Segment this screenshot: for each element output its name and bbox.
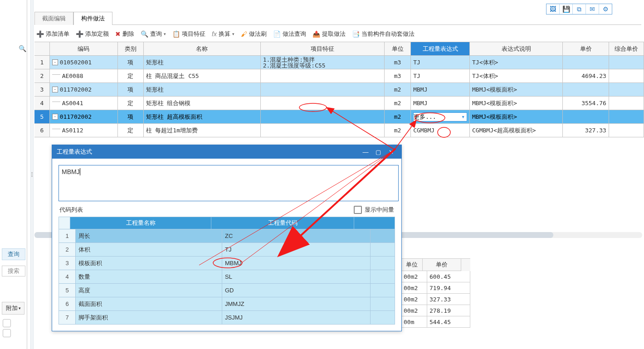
add-list-button[interactable]: ➕添加清单 [36,30,69,38]
cell-expr[interactable]: TJ [411,69,470,82]
cell-desc[interactable]: CGMBMJ<超高模板面积> [470,124,563,137]
cell-expr[interactable]: MBMJ [411,83,470,96]
table-row[interactable]: 1-010502001项矩形柱1.混凝土种类:预拌2.混凝土强度等级:C55m3… [34,56,644,69]
expression-input[interactable]: MBMJ [59,165,399,201]
extract-button[interactable]: 📤提取做法 [312,30,346,38]
cell-code[interactable]: AE0088 [50,69,118,82]
expander-icon[interactable]: - [52,114,58,120]
table-row[interactable]: 2AE0088定柱 商品混凝土 C55m3TJTJ<体积>4694.23 [34,69,644,83]
cell-code[interactable]: AS0041 [50,97,118,110]
feature-button[interactable]: 📋项目特征 [172,30,205,38]
col-desc[interactable]: 表达式说明 [470,42,563,55]
cell-desc[interactable]: MBMJ<模板面积> [470,83,563,96]
cell-desc[interactable]: TJ<体积> [470,56,563,69]
chevron-down-icon[interactable]: ▾ [461,113,465,120]
expander-icon[interactable]: - [52,87,58,92]
cell-total[interactable] [609,56,644,69]
code-list-row[interactable]: 6截面面积JMMJZ [59,297,395,310]
cell-total[interactable] [609,69,644,82]
expr-dropdown[interactable]: 更多...▾ [413,112,467,121]
col-name[interactable]: 名称 [144,42,261,55]
cell-code[interactable]: -010502001 [50,56,118,69]
cell-feat[interactable] [261,83,385,96]
minimize-button[interactable]: — [360,147,371,157]
table-row[interactable]: 5-011702002项矩形柱 超高模板面积m2更多...▾MBMJ<模板面积> [34,110,644,124]
cell-feat[interactable] [261,110,385,123]
cell-unit[interactable]: m2 [385,124,411,137]
cell-name[interactable]: 柱 每超过1m增加费 [144,124,261,137]
cell-total[interactable] [609,83,644,96]
splitter-handle[interactable] [30,0,34,349]
code-list-row[interactable]: 1周长ZC [59,229,395,242]
method-query-button[interactable]: 📄做法查询 [273,30,306,38]
table-row[interactable]: 4AS0041定矩形柱 组合钢模m2MBMJMBMJ<模板面积>3554.76 [34,97,644,110]
query-panel-header[interactable]: 查询 [2,248,25,260]
cell-expr[interactable]: 更多...▾ [411,110,470,123]
cell-price[interactable]: 4694.23 [563,69,609,82]
cell-expr[interactable]: TJ [411,56,470,69]
cell-qty-code[interactable]: GD [222,284,371,297]
checkbox-2[interactable] [3,329,11,337]
show-middle-checkbox[interactable]: 显示中间量 [354,206,394,214]
col-feat[interactable]: 项目特征 [261,42,385,55]
cell-name[interactable]: 矩形柱 [144,56,261,69]
cell-kind[interactable]: 定 [118,69,143,82]
cell-total[interactable] [609,97,644,110]
query-button[interactable]: 🔍查询▾ [141,30,166,38]
auto-method-button[interactable]: 📑当前构件自动套做法 [352,30,415,38]
checkbox-1[interactable] [3,319,11,327]
cell-feat[interactable] [261,124,385,137]
cell-feat[interactable]: 1.混凝土种类:预拌2.混凝土强度等级:C55 [261,56,385,69]
cell-code[interactable]: AS0112 [50,124,118,137]
cell-qty-code[interactable]: TJ [222,243,371,256]
cell-name[interactable]: 柱 商品混凝土 C55 [144,69,261,82]
col-unit[interactable]: 单位 [385,42,411,55]
cell-total[interactable] [609,110,644,123]
cell-price[interactable] [563,56,609,69]
cell-qty-code[interactable]: ZC [222,229,371,242]
code-list-row[interactable]: 5高度GD [59,283,395,297]
cell-kind[interactable]: 定 [118,124,143,137]
cell-total[interactable] [609,124,644,137]
code-list-row[interactable]: 2体积TJ [59,242,395,256]
cell-kind[interactable]: 项 [118,56,143,69]
cell-name[interactable]: 矩形柱 超高模板面积 [144,110,261,123]
left-search-input[interactable]: 搜索 [2,266,25,276]
dialog-titlebar[interactable]: 工程量表达式 — ▢ ✕ [52,145,401,159]
code-list-row[interactable]: 7脚手架面积JSJMJ [59,310,395,324]
cell-qty-code[interactable]: MBMJ [222,257,371,270]
cell-qty-name[interactable]: 数量 [76,270,222,283]
col-kind[interactable]: 类别 [118,42,143,55]
cell-feat[interactable] [261,97,385,110]
attach-button[interactable]: 附加▾ [2,302,24,315]
cell-qty-name[interactable]: 截面面积 [76,297,222,310]
cell-name[interactable]: 矩形柱 组合钢模 [144,97,261,110]
cell-unit[interactable]: m3 [385,56,411,69]
cell-code[interactable]: -011702002 [50,110,118,123]
cell-qty-code[interactable]: JSJMJ [222,311,371,324]
cell-qty-name[interactable]: 高度 [76,284,222,297]
cell-kind[interactable]: 定 [118,97,143,110]
col-qty-name[interactable]: 工程量名称 [70,217,211,229]
table-row[interactable]: 3-011702002项矩形柱m2MBMJMBMJ<模板面积> [34,83,644,97]
cell-unit[interactable]: m2 [385,110,411,123]
expander-icon[interactable]: - [52,59,58,65]
col-qty-code[interactable]: 工程量代码 [211,217,354,229]
close-button[interactable]: ✕ [385,147,397,157]
calc-button[interactable]: fx换算▾ [212,30,234,38]
cell-qty-code[interactable]: SL [222,270,371,283]
cell-qty-name[interactable]: 模板面积 [76,257,222,270]
cell-desc[interactable]: MBMJ<模板面积> [470,97,563,110]
cell-feat[interactable] [261,69,385,82]
cell-expr[interactable]: CGMBMJ [411,124,470,137]
maximize-button[interactable]: ▢ [372,147,384,157]
code-list-row[interactable]: 4数量SL [59,270,395,283]
cell-price[interactable]: 327.33 [563,124,609,137]
cell-qty-name[interactable]: 脚手架面积 [76,311,222,324]
cell-unit[interactable]: m3 [385,69,411,82]
table-row[interactable]: 6AS0112定柱 每超过1m增加费m2CGMBMJCGMBMJ<超高模板面积>… [34,124,644,137]
cell-kind[interactable]: 项 [118,83,143,96]
cell-expr[interactable]: MBMJ [411,97,470,110]
tab-section-edit[interactable]: 截面编辑 [34,12,73,25]
delete-button[interactable]: ✖删除 [115,30,134,38]
